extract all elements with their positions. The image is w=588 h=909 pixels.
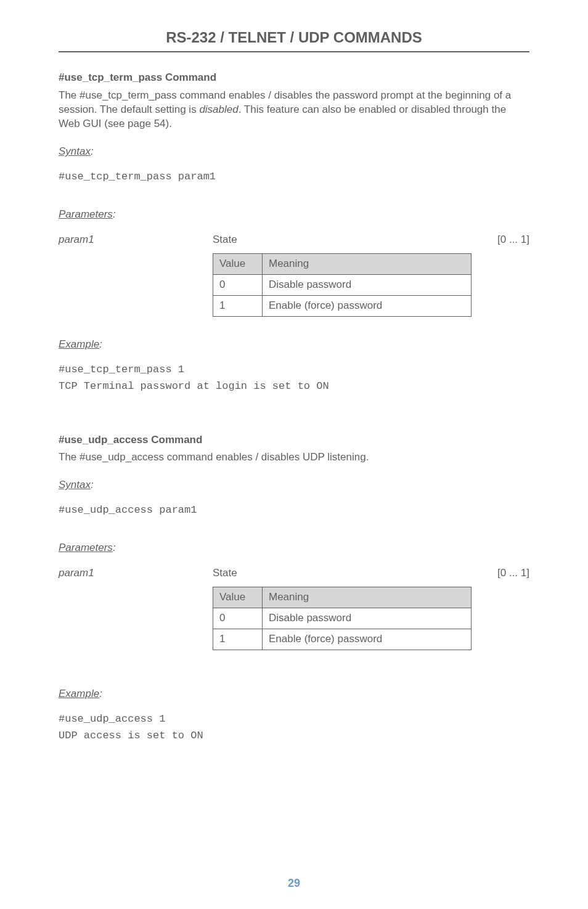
cmd2-example-label: Example [59, 688, 99, 699]
cmd2-param-state: State [213, 566, 462, 581]
cmd2-param-range: [0 ... 1] [462, 566, 529, 581]
cmd2-table-wrap: Value Meaning 0 Disable password 1 Enabl… [213, 587, 529, 650]
page-title: RS-232 / TELNET / UDP COMMANDS [59, 28, 529, 51]
cmd1-syntax-colon: : [91, 145, 94, 157]
cmd2-r0-v: 0 [213, 608, 263, 629]
cmd1-r1-m: Enable (force) password [263, 295, 472, 316]
cmd1-r0-v: 0 [213, 274, 263, 295]
cmd2-r0-m: Disable password [263, 608, 472, 629]
cmd2-syntax-colon: : [91, 479, 94, 491]
cmd2-example-line-1: UDP access is set to ON [59, 729, 529, 743]
cmd1-r0-m: Disable password [263, 274, 472, 295]
cmd1-param-row: param1 State [0 ... 1] [59, 233, 529, 247]
cmd2-params-label: Parameters [59, 542, 113, 553]
cmd2-r1-v: 1 [213, 629, 263, 650]
cmd1-example-colon: : [99, 338, 102, 350]
cmd1-example-label-row: Example: [59, 338, 529, 352]
cmd1-desc-em: disabled [199, 104, 238, 115]
cmd1-example-line-1: TCP Terminal password at login is set to… [59, 380, 529, 394]
cmd2-description: The #use_udp_access command enables / di… [59, 450, 529, 465]
cmd1-param-name: param1 [59, 233, 213, 247]
cmd2-example-label-row: Example: [59, 687, 529, 701]
cmd1-heading: #use_tcp_term_pass Command [59, 71, 529, 85]
cmd1-table-wrap: Value Meaning 0 Disable password 1 Enabl… [213, 253, 529, 317]
table-header-row: Value Meaning [213, 587, 472, 608]
table-row: 0 Disable password [213, 608, 472, 629]
cmd1-table: Value Meaning 0 Disable password 1 Enabl… [213, 253, 472, 317]
cmd2-param-row: param1 State [0 ... 1] [59, 566, 529, 581]
cmd1-th-value: Value [213, 253, 263, 274]
cmd2-params-colon: : [113, 542, 116, 553]
table-header-row: Value Meaning [213, 253, 472, 274]
cmd1-syntax-code: #use_tcp_term_pass param1 [59, 170, 529, 184]
table-row: 1 Enable (force) password [213, 295, 472, 316]
title-divider [59, 51, 529, 52]
cmd2-example-line-0: #use_udp_access 1 [59, 712, 529, 727]
cmd1-params-colon: : [113, 208, 116, 220]
cmd1-description: The #use_tcp_term_pass command enables /… [59, 89, 529, 131]
cmd1-syntax-label: Syntax [59, 145, 91, 157]
cmd2-params-label-row: Parameters: [59, 541, 529, 555]
table-row: 0 Disable password [213, 274, 472, 295]
cmd2-table: Value Meaning 0 Disable password 1 Enabl… [213, 587, 472, 650]
cmd1-param-range: [0 ... 1] [462, 233, 529, 247]
cmd2-syntax-code: #use_udp_access param1 [59, 503, 529, 518]
cmd1-syntax-label-row: Syntax: [59, 145, 529, 159]
cmd1-params-label-row: Parameters: [59, 208, 529, 222]
page-number: 29 [0, 876, 588, 891]
cmd2-r1-m: Enable (force) password [263, 629, 472, 650]
cmd1-th-meaning: Meaning [263, 253, 472, 274]
cmd1-params-label: Parameters [59, 208, 113, 220]
cmd2-example-colon: : [99, 688, 102, 699]
cmd2-syntax-label: Syntax [59, 479, 91, 491]
table-row: 1 Enable (force) password [213, 629, 472, 650]
cmd2-syntax-label-row: Syntax: [59, 478, 529, 492]
cmd1-param-state: State [213, 233, 462, 247]
cmd2-th-value: Value [213, 587, 263, 608]
command-section-1: #use_tcp_term_pass Command The #use_tcp_… [59, 71, 529, 393]
command-section-2: #use_udp_access Command The #use_udp_acc… [59, 433, 529, 743]
cmd1-example-label: Example [59, 338, 99, 350]
cmd2-heading: #use_udp_access Command [59, 433, 529, 447]
cmd1-example-line-0: #use_tcp_term_pass 1 [59, 363, 529, 377]
cmd2-param-name: param1 [59, 566, 213, 581]
cmd2-th-meaning: Meaning [263, 587, 472, 608]
cmd1-r1-v: 1 [213, 295, 263, 316]
